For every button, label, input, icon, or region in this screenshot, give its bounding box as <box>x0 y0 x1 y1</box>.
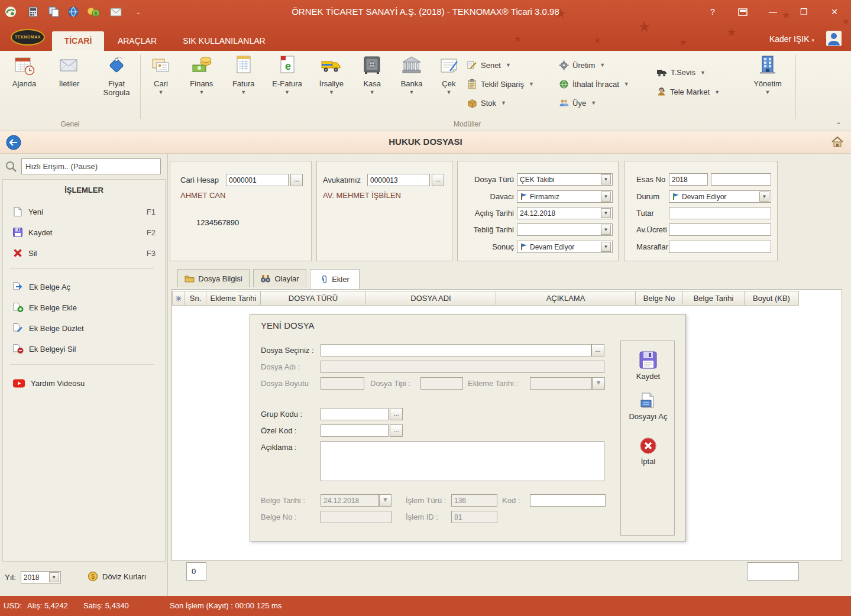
ribbon-collapse-icon[interactable]: ⌃ <box>836 121 842 129</box>
chevron-down-icon: ▼ <box>601 192 611 202</box>
dosya-adi-label: Dosya Adı : <box>261 362 300 371</box>
sidebar-item-yardim-videosu[interactable]: Yardım Videosu <box>9 375 160 391</box>
e-invoice-icon: e <box>277 54 298 76</box>
durum-select[interactable]: Devam Ediyor ▼ <box>669 190 771 203</box>
aciklama-textarea[interactable] <box>321 441 604 481</box>
table-header-dosya-adi[interactable]: DOSYA ADI <box>366 291 496 306</box>
dosyayi-ac-button[interactable]: Dosyayı Aç <box>621 391 675 421</box>
status-bar: USD: Alış: 5,4242 Satış: 5,4340 Son İşle… <box>0 596 851 616</box>
grup-kodu-lookup-button[interactable]: ... <box>390 408 403 420</box>
ribbon-item-e-fatura[interactable]: e E-Fatura ▼ <box>267 54 308 95</box>
table-header-aciklama[interactable]: AÇIKLAMA <box>496 291 636 306</box>
ribbon-item-fiyat-sorgula[interactable]: Fiyat Sorgula <box>95 54 138 97</box>
sidebar-item-ek-belge-duzlet[interactable]: Ek Belge Düzlet <box>9 320 160 336</box>
table-header-belge-no[interactable]: Belge No <box>636 291 683 306</box>
ribbon-item-kasa[interactable]: Kasa ▼ <box>355 54 389 95</box>
sonuc-select[interactable]: Devam Ediyor ▼ <box>517 241 613 253</box>
sidebar-item-kaydet[interactable]: Kaydet F2 <box>9 224 160 241</box>
tab-olaylar[interactable]: Olaylar <box>253 269 306 287</box>
page-navbar: HUKUK DOSYASI <box>0 131 851 154</box>
contact-cards-icon <box>150 54 172 76</box>
ribbon-item-uretim[interactable]: Üretim ▼ <box>559 56 653 74</box>
davaci-select[interactable]: Firmamız ▼ <box>517 190 613 203</box>
grup-kodu-label: Grup Kodu : <box>261 410 302 419</box>
search-input[interactable] <box>21 158 161 174</box>
avukat-input[interactable] <box>367 174 430 186</box>
teblig-tarihi-select[interactable]: ▼ <box>517 223 613 236</box>
table-header-dosya-turu[interactable]: DOSYA TÜRÜ <box>261 291 366 306</box>
acilis-tarihi-select[interactable]: 24.12.2018 ▼ <box>517 207 613 219</box>
year-select[interactable]: 2018 ▼ <box>21 571 61 583</box>
user-menu[interactable]: Kader IŞIK ▾ <box>769 34 814 44</box>
ozel-kod-input[interactable] <box>321 424 389 437</box>
flag-icon <box>672 193 679 200</box>
dosya-seciniz-browse-button[interactable]: ... <box>591 344 604 356</box>
ribbon-item-finans[interactable]: Finans ▼ <box>183 54 220 95</box>
table-header-icon-cell[interactable] <box>172 291 185 306</box>
help-button[interactable]: ? <box>705 5 720 19</box>
window-style-button[interactable] <box>735 5 750 19</box>
table-header-sn[interactable]: Sn. <box>185 291 206 306</box>
tab-ekler[interactable]: Ekler <box>310 269 360 289</box>
masraflar-input[interactable] <box>669 241 771 253</box>
ribbon-item-ajanda[interactable]: Ajanda <box>5 54 44 97</box>
ribbon-item-iletiler[interactable]: İletiler <box>50 54 89 97</box>
ribbon-item-ithalat-ihracat[interactable]: İthalat İhracat ▼ <box>559 74 653 93</box>
tab-dosya-bilgisi[interactable]: Dosya Bilgisi <box>177 269 250 287</box>
ribbon-item-teklif-siparis[interactable]: Teklif Sipariş ▼ <box>467 74 553 93</box>
cari-hesap-lookup-button[interactable]: ... <box>290 174 303 186</box>
esas-no-input-2[interactable] <box>711 173 771 186</box>
ribbon-item-stok[interactable]: Stok ▼ <box>467 93 553 112</box>
ribbon-tab-ticari[interactable]: TİCARİ <box>52 31 104 51</box>
doviz-kurlari-button[interactable]: $ Döviz Kurları <box>88 571 146 582</box>
ribbon-item-uye[interactable]: Üye ▼ <box>559 93 653 112</box>
acilis-tarihi-label: Açılış Tarihi <box>461 209 514 218</box>
esas-no-input[interactable] <box>669 173 708 186</box>
ozel-kod-lookup-button[interactable]: ... <box>390 424 403 437</box>
binoculars-icon <box>260 274 271 283</box>
ribbon-item-cek[interactable]: Çek ▼ <box>435 54 463 95</box>
cari-hesap-input[interactable] <box>226 174 289 186</box>
ribbon-item-cari[interactable]: Cari ▼ <box>144 54 178 95</box>
table-header-ekleme-tarihi[interactable]: Ekleme Tarihi <box>206 291 261 306</box>
ribbon-item-fatura[interactable]: Fatura ▼ <box>225 54 262 95</box>
user-avatar-icon[interactable] <box>825 30 843 47</box>
ribbon-item-yonetim[interactable]: Yönetim ▼ <box>743 54 792 95</box>
maximize-button[interactable]: ❒ <box>796 5 811 19</box>
avucreti-input[interactable] <box>669 223 771 236</box>
window-title: ÖRNEK TİCARET SANAYİ A.Ş. (2018) - TEKNO… <box>0 7 851 17</box>
ribbon-tab-araclar[interactable]: ARAÇLAR <box>109 31 166 51</box>
ribbon-item-senet[interactable]: Senet ▼ <box>467 56 553 74</box>
ribbon-item-banka[interactable]: Banka ▼ <box>394 54 429 95</box>
iptal-button[interactable]: İptal <box>621 437 675 466</box>
ribbon-item-tsevis[interactable]: T.Sevis ▼ <box>656 63 736 82</box>
sidebar-item-yeni[interactable]: Yeni F1 <box>9 203 160 220</box>
islem-turu-label: İşlem Türü : <box>406 496 446 505</box>
dropdown-arrow-icon: ▼ <box>714 89 720 95</box>
ribbon-item-tele-market[interactable]: Tele Market ▼ <box>656 82 736 102</box>
dosya-turu-select[interactable]: ÇEK Takibi ▼ <box>517 173 613 186</box>
minimize-button[interactable]: — <box>765 5 781 19</box>
durum-label: Durum <box>636 192 659 201</box>
table-header-belge-tarihi[interactable]: Belge Tarihi <box>683 291 745 306</box>
kod-input[interactable] <box>530 494 606 507</box>
coins-icon <box>191 54 212 76</box>
grup-kodu-input[interactable] <box>321 408 389 420</box>
ribbon-item-irsaliye[interactable]: İrsaliye ▼ <box>312 54 350 95</box>
table-header-boyut[interactable]: Boyut (KB) <box>745 291 799 306</box>
cari-hesap-label: Cari Hesap <box>180 176 219 184</box>
ozel-kod-label: Özel Kod : <box>261 426 297 435</box>
close-button[interactable]: ✕ <box>827 5 842 19</box>
avukat-lookup-button[interactable]: ... <box>432 174 444 186</box>
sidebar-item-ek-belge-ac[interactable]: Ek Belge Aç <box>9 278 160 295</box>
sidebar-item-sil[interactable]: Sil F3 <box>9 245 160 261</box>
ribbon-tab-sik-kullanilanlar[interactable]: SIK KULLANILANLAR <box>170 31 278 51</box>
dosya-seciniz-input[interactable] <box>321 344 591 356</box>
sidebar-item-ek-belgeyi-sil[interactable]: Ek Belgeyi Sil <box>9 341 160 357</box>
tutar-input[interactable] <box>669 207 771 219</box>
kaydet-button[interactable]: Kaydet <box>621 351 675 381</box>
promissory-note-icon <box>467 60 477 70</box>
home-icon[interactable] <box>831 136 844 148</box>
sidebar-item-ek-belge-ekle[interactable]: Ek Belge Ekle <box>9 299 160 316</box>
flag-icon <box>520 193 528 200</box>
